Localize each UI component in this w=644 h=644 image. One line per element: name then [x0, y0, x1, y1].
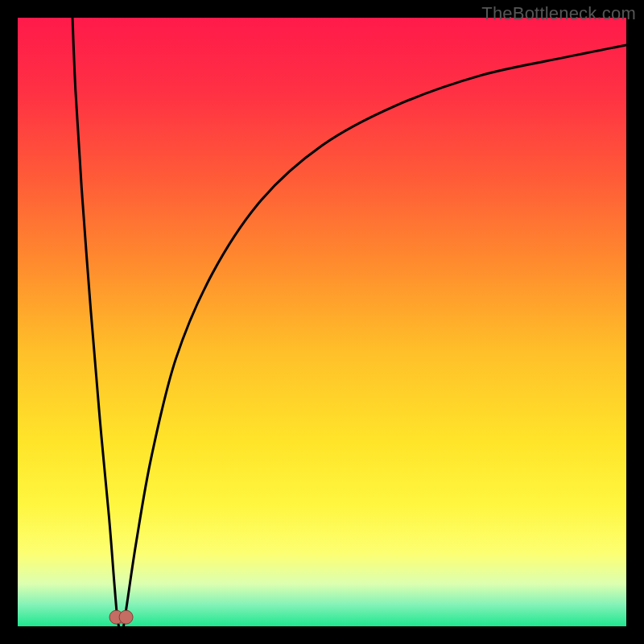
- chart-container: TheBottleneck.com: [0, 0, 644, 644]
- plot-area: [18, 18, 626, 626]
- minimum-markers: [109, 610, 133, 624]
- minimum-marker: [119, 610, 133, 624]
- bottleneck-chart: [18, 18, 626, 626]
- attribution-text: TheBottleneck.com: [481, 3, 636, 24]
- gradient-background: [18, 18, 626, 626]
